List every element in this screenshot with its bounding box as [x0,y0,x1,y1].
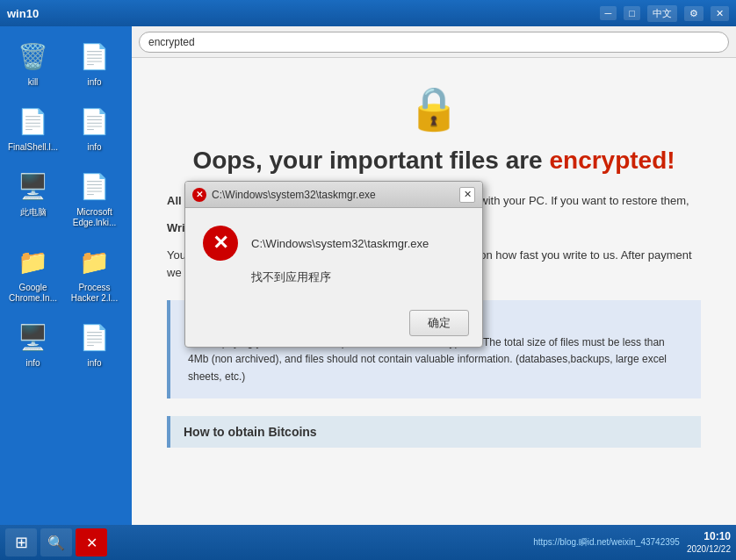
taskbar-bottom: ⊞ 🔍 ✕ https://blog.瞬id.net/weixin_437423… [0,525,736,560]
info4-icon: 📄 [77,319,112,355]
chrome-icon: 📁 [16,244,51,279]
info4-label: info [87,358,101,369]
info1-icon: 📄 [77,39,112,74]
start-button[interactable]: ⊞ [5,528,37,556]
info2-label: info [87,142,101,153]
desktop-icon-info4[interactable]: 📄 info [66,316,123,372]
processhacker-icon: 📁 [77,244,112,279]
kill-label: kill [28,77,39,88]
dialog-title-text: C:\Windows\system32\taskmgr.exe [212,189,376,201]
taskbar-url: https://blog.瞬id.net/weixin_43742395 [533,536,680,549]
taskbar-close-btn[interactable]: ✕ [76,528,107,556]
desktop: 🗑️ kill 📄 info 📄 FinalShell.l... 📄 info … [0,26,132,525]
dialog-ok-button[interactable]: 确定 [409,310,469,336]
desktop-icon-finalshell[interactable]: 📄 FinalShell.l... [4,100,61,156]
desktop-row-4: 📁 Google Chrome.In... 📁 Process Hacker 2… [4,241,123,307]
browser-bar: encrypted [132,26,736,58]
msedge-icon: 📄 [77,169,112,204]
desktop-icon-info2[interactable]: 📄 info [66,100,123,156]
dialog-message-row: ✕ C:\Windows\system32\taskmgr.exe [203,226,429,261]
dialog-close-btn[interactable]: ✕ [459,187,475,203]
taskbar-bottom-left: ⊞ 🔍 ✕ [5,528,107,556]
taskbar-date: 2020/12/22 [687,543,731,556]
taskbar-bottom-right: https://blog.瞬id.net/weixin_43742395 10:… [533,529,731,556]
info1-label: info [87,77,101,88]
dialog-overlay: ✕ C:\Windows\system32\taskmgr.exe ✕ ✕ C:… [132,58,736,525]
finalshell-icon: 📄 [16,104,51,139]
dialog-title: ✕ C:\Windows\system32\taskmgr.exe [192,188,376,202]
desktop-row-5: 🖥️ info 📄 info [4,316,123,372]
dialog-footer: 确定 [185,303,482,347]
desktop-icon-chrome[interactable]: 📁 Google Chrome.In... [4,241,61,307]
finalshell-label: FinalShell.l... [8,142,58,153]
minimize-btn[interactable]: ─ [600,6,617,20]
dialog-titlebar: ✕ C:\Windows\system32\taskmgr.exe ✕ [185,182,482,208]
desktop-icon-computer[interactable]: 🖥️ 此电脑 [4,165,61,232]
info3-icon: 🖥️ [16,319,51,355]
close-top-btn[interactable]: ✕ [711,6,729,21]
desktop-row-2: 📄 FinalShell.l... 📄 info [4,100,123,156]
address-bar[interactable]: encrypted [139,32,729,53]
chrome-label: Google Chrome.In... [8,283,58,304]
browser-window: encrypted 🔒 Oops, your important files a… [132,26,736,525]
main-content: encrypted 🔒 Oops, your important files a… [132,26,736,525]
lang-btn[interactable]: 中文 [647,5,677,22]
desktop-icon-processhacker[interactable]: 📁 Process Hacker 2.l... [66,241,123,307]
info3-label: info [25,358,40,369]
computer-label: 此电脑 [20,207,47,218]
dialog-error-icon: ✕ [203,226,238,261]
desktop-icon-info3[interactable]: 🖥️ info [4,316,61,372]
maximize-btn[interactable]: □ [624,6,640,20]
processhacker-label: Process Hacker 2.l... [69,283,119,304]
kill-icon: 🗑️ [16,39,51,74]
desktop-icon-info1[interactable]: 📄 info [66,35,123,91]
desktop-icon-msedge[interactable]: 📄 Microsoft Edge.lnki... [66,165,123,232]
browser-content: 🔒 Oops, your important files are encrypt… [132,58,736,525]
msedge-label: Microsoft Edge.lnki... [69,207,119,228]
dialog-sub-message: 找不到应用程序 [251,269,331,285]
taskbar-datetime: 10:10 2020/12/22 [687,529,731,556]
taskbar-time: 10:10 [687,529,731,544]
title-error-icon: ✕ [192,188,206,202]
error-dialog: ✕ C:\Windows\system32\taskmgr.exe ✕ ✕ C:… [184,181,483,348]
info2-icon: 📄 [77,104,112,139]
window-title: win10 [7,7,39,20]
taskbar-top: win10 ─ □ 中文 ⚙ ✕ [0,0,736,26]
window-controls: ─ □ 中文 ⚙ ✕ [600,5,729,22]
taskbar-search-btn[interactable]: 🔍 [40,528,72,556]
dialog-body: ✕ C:\Windows\system32\taskmgr.exe 找不到应用程… [185,208,482,303]
desktop-icon-kill[interactable]: 🗑️ kill [4,35,61,91]
desktop-row-1: 🗑️ kill 📄 info [4,35,123,91]
dialog-message: C:\Windows\system32\taskmgr.exe [251,237,429,250]
desktop-row-3: 🖥️ 此电脑 📄 Microsoft Edge.lnki... [4,165,123,232]
computer-icon: 🖥️ [16,169,51,204]
settings-top-btn[interactable]: ⚙ [684,6,704,21]
